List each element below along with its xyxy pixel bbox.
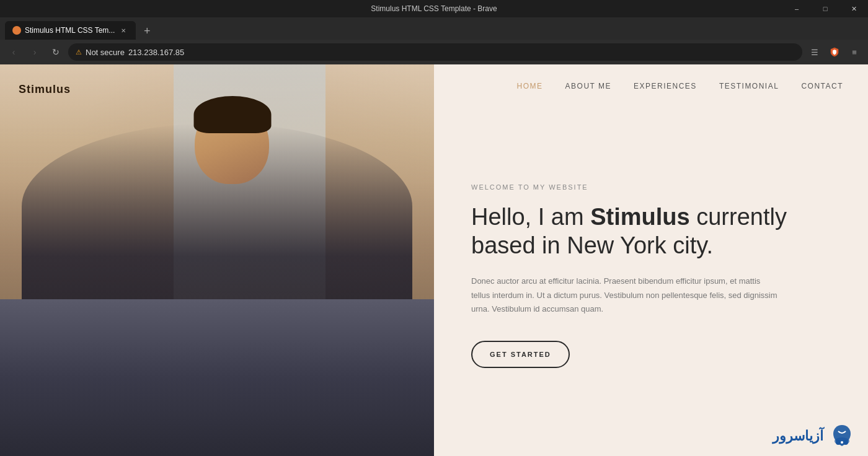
security-label: Not secure xyxy=(86,48,125,57)
hero-heading: Hello, I am Stimulus currently based in … xyxy=(471,203,831,260)
forward-button[interactable]: › xyxy=(26,43,43,61)
logo-text: Stimulus xyxy=(19,83,71,95)
hero-section: WELCOME TO MY WEBSITE Hello, I am Stimul… xyxy=(434,108,868,456)
couch xyxy=(0,299,434,456)
address-bar: ‹ › ↻ ⚠ Not secure 213.238.167.85 ☰ ≡ xyxy=(0,40,868,64)
cta-button[interactable]: GET STARTED xyxy=(471,341,570,368)
title-bar: Stimulus HTML CSS Template - Brave – □ ✕ xyxy=(0,0,868,17)
watermark-icon xyxy=(828,423,856,450)
new-tab-button[interactable]: + xyxy=(138,22,156,40)
content-section: HOME ABOUT ME EXPERIENCES TESTIMONIAL CO… xyxy=(434,64,868,456)
nav-about[interactable]: ABOUT ME xyxy=(565,82,611,90)
tab-bar: Stimulus HTML CSS Tem... ✕ + xyxy=(0,17,868,40)
bookmark-button[interactable]: ☰ xyxy=(806,43,823,61)
window-title: Stimulus HTML CSS Template - Brave xyxy=(371,4,497,13)
url-text: 213.238.167.85 xyxy=(128,48,184,57)
navigation: HOME ABOUT ME EXPERIENCES TESTIMONIAL CO… xyxy=(434,64,868,108)
close-button[interactable]: ✕ xyxy=(839,0,868,17)
photo-section: Stimulus xyxy=(0,64,434,456)
security-icon: ⚠ xyxy=(76,48,82,56)
welcome-text: WELCOME TO MY WEBSITE xyxy=(471,183,831,191)
tab-close-button[interactable]: ✕ xyxy=(118,25,128,35)
person-hair xyxy=(194,96,272,133)
url-input[interactable]: ⚠ Not secure 213.238.167.85 xyxy=(68,43,802,61)
hero-description: Donec auctor arcu at efficitur lacinia. … xyxy=(471,274,781,315)
maximize-button[interactable]: □ xyxy=(811,0,839,17)
reload-button[interactable]: ↻ xyxy=(47,43,64,61)
watermark-text: آزیاسرور xyxy=(773,428,823,444)
back-button[interactable]: ‹ xyxy=(5,43,22,61)
svg-point-2 xyxy=(843,440,848,445)
tab-favicon xyxy=(12,26,21,35)
svg-point-1 xyxy=(836,440,841,445)
window-controls: – □ ✕ xyxy=(782,0,868,17)
active-tab[interactable]: Stimulus HTML CSS Tem... ✕ xyxy=(5,21,136,40)
site-logo[interactable]: Stimulus xyxy=(19,83,71,96)
person-area xyxy=(0,64,434,456)
website-content: Stimulus HOME ABOUT ME EXPERIENCES TESTI… xyxy=(0,64,868,456)
browser-actions: ☰ ≡ xyxy=(806,43,863,61)
heading-name: Stimulus xyxy=(590,204,689,230)
nav-contact[interactable]: CONTACT xyxy=(801,82,843,90)
menu-button[interactable]: ≡ xyxy=(846,43,863,61)
nav-testimonial[interactable]: TESTIMONIAL xyxy=(719,82,779,90)
tab-label: Stimulus HTML CSS Tem... xyxy=(25,26,115,35)
nav-experiences[interactable]: EXPERIENCES xyxy=(634,82,697,90)
nav-home[interactable]: HOME xyxy=(517,82,543,90)
watermark: آزیاسرور xyxy=(773,423,856,450)
heading-prefix: Hello, I am xyxy=(471,204,590,230)
minimize-button[interactable]: – xyxy=(782,0,811,17)
brave-shield[interactable] xyxy=(826,43,843,61)
svg-point-3 xyxy=(841,441,843,444)
